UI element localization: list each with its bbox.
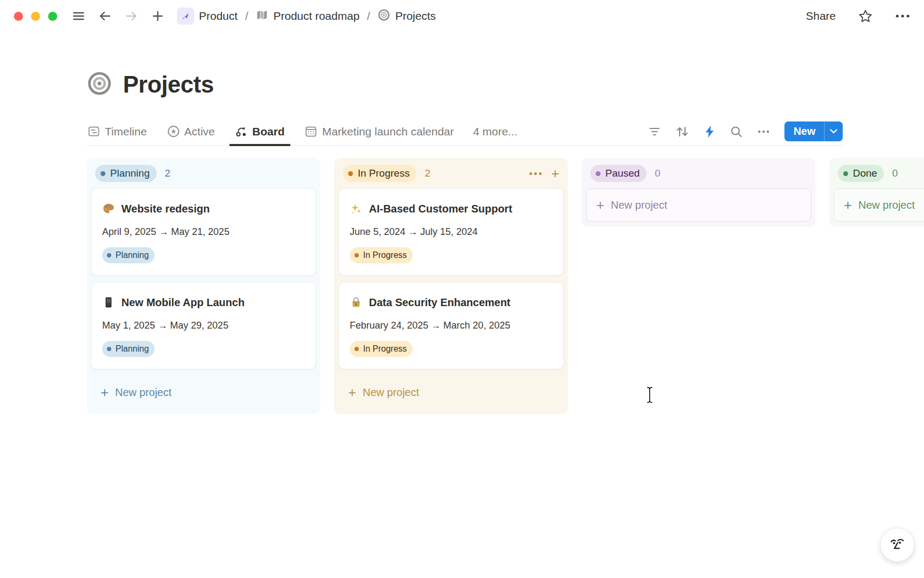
window-titlebar: Product / Product roadmap / Projects Sha… xyxy=(0,0,924,32)
page-target-icon xyxy=(87,71,112,98)
column-status-pill[interactable]: Done xyxy=(838,165,884,182)
back-arrow-icon[interactable] xyxy=(98,10,112,22)
tab-timeline[interactable]: Timeline xyxy=(87,118,148,146)
new-project-label: New project xyxy=(363,386,419,399)
new-project-button[interactable]: + New project xyxy=(91,376,316,409)
product-rocket-icon xyxy=(177,7,194,25)
column-count: 0 xyxy=(892,168,898,179)
forward-arrow-icon[interactable] xyxy=(125,10,138,22)
search-icon[interactable] xyxy=(730,125,743,138)
breadcrumb-item-product-roadmap[interactable]: Product roadmap xyxy=(256,9,359,24)
favorite-star-icon[interactable] xyxy=(858,9,873,23)
column-header: Paused 0 xyxy=(586,165,811,182)
status-dot xyxy=(107,347,111,351)
map-icon xyxy=(256,9,268,24)
breadcrumb-item-product[interactable]: Product xyxy=(177,7,237,25)
column-header: In Progress 2 + xyxy=(338,165,564,182)
column-status-pill[interactable]: Paused xyxy=(590,165,646,182)
card-date-range: June 5, 2024 → July 15, 2024 xyxy=(350,226,552,238)
new-button-dropdown[interactable] xyxy=(824,121,843,141)
tag-label: In Progress xyxy=(363,344,407,354)
project-card-website-redesign[interactable]: Website redesign April 9, 2025 → May 21,… xyxy=(91,188,316,276)
column-header: Planning 2 xyxy=(91,165,316,182)
view-options-icon[interactable] xyxy=(757,130,770,134)
zoom-window-button[interactable] xyxy=(48,12,57,21)
new-project-button[interactable]: + New project xyxy=(338,376,564,409)
sidebar-menu-icon[interactable] xyxy=(72,10,85,22)
board-view: Planning 2 Website redesign April 9, 202… xyxy=(0,158,924,414)
status-dot xyxy=(107,253,111,257)
project-card-data-security-enhancement[interactable]: Data Security Enhancement February 24, 2… xyxy=(338,282,564,369)
column-count: 2 xyxy=(425,168,430,179)
mobile-phone-icon xyxy=(102,296,115,309)
breadcrumb: Product / Product roadmap / Projects xyxy=(177,7,436,25)
tab-label: Timeline xyxy=(105,125,147,138)
page-header: Projects xyxy=(87,70,843,100)
timeline-icon xyxy=(88,125,100,138)
lock-icon xyxy=(350,296,363,309)
breadcrumb-label: Product xyxy=(199,10,237,22)
target-icon xyxy=(378,9,390,24)
card-title: New Mobile App Launch xyxy=(121,294,244,310)
column-add-card-icon[interactable]: + xyxy=(551,168,559,179)
card-status-tag: Planning xyxy=(102,247,155,263)
more-options-icon[interactable] xyxy=(895,13,910,19)
tag-label: Planning xyxy=(116,344,149,354)
column-status-pill[interactable]: In Progress xyxy=(343,165,417,182)
share-button[interactable]: Share xyxy=(806,10,836,22)
tab-board[interactable]: Board xyxy=(234,118,286,146)
status-dot xyxy=(348,171,353,176)
close-window-button[interactable] xyxy=(14,12,23,21)
breadcrumb-separator: / xyxy=(245,10,248,22)
column-count: 0 xyxy=(654,168,660,179)
column-status-pill[interactable]: Planning xyxy=(95,165,157,182)
view-toolbar: New xyxy=(648,121,843,141)
page-title: Projects xyxy=(123,70,214,100)
automations-lightning-icon[interactable] xyxy=(704,125,715,139)
new-project-button[interactable]: + New project xyxy=(586,188,811,222)
notion-ai-face-button[interactable] xyxy=(880,528,914,562)
new-project-button[interactable]: + New project xyxy=(834,188,924,222)
new-button[interactable]: New xyxy=(784,121,843,141)
breadcrumb-item-projects[interactable]: Projects xyxy=(378,9,436,24)
plus-icon: + xyxy=(844,197,852,214)
board-column-planning: Planning 2 Website redesign April 9, 202… xyxy=(87,158,320,414)
card-status-tag: In Progress xyxy=(350,341,413,357)
tab-active[interactable]: Active xyxy=(166,118,216,146)
tab-label: Active xyxy=(184,125,215,138)
more-views-button[interactable]: 4 more... xyxy=(473,125,518,138)
tab-label: Board xyxy=(252,125,285,138)
new-button-label[interactable]: New xyxy=(784,121,824,141)
tab-marketing-launch-calendar[interactable]: Marketing launch calendar xyxy=(304,118,455,146)
card-status-tag: In Progress xyxy=(350,247,413,263)
new-project-label: New project xyxy=(115,386,172,399)
breadcrumb-label: Projects xyxy=(395,10,436,22)
status-dot xyxy=(596,171,600,176)
tag-label: Planning xyxy=(116,250,149,260)
status-dot xyxy=(355,347,359,351)
traffic-lights xyxy=(14,12,57,21)
plus-icon: + xyxy=(596,197,604,214)
sort-icon[interactable] xyxy=(675,125,689,138)
column-name: Done xyxy=(853,168,877,179)
project-card-new-mobile-app-launch[interactable]: New Mobile App Launch May 1, 2025 → May … xyxy=(91,282,316,369)
palette-icon xyxy=(102,202,115,215)
new-page-plus-icon[interactable] xyxy=(151,10,164,22)
filter-icon[interactable] xyxy=(648,126,661,137)
status-dot xyxy=(101,171,105,176)
tab-label: Marketing launch calendar xyxy=(322,125,453,138)
board-icon xyxy=(235,125,248,138)
chevron-down-icon xyxy=(830,129,837,134)
card-date-range: February 24, 2025 → March 20, 2025 xyxy=(350,320,552,331)
breadcrumb-label: Product roadmap xyxy=(273,10,359,22)
column-name: Paused xyxy=(605,168,640,179)
board-column-in-progress: In Progress 2 + AI-Based Customer Suppor… xyxy=(334,158,568,414)
board-column-paused: Paused 0 + New project xyxy=(582,158,815,227)
tag-label: In Progress xyxy=(363,250,407,260)
minimize-window-button[interactable] xyxy=(31,12,40,21)
card-date-range: April 9, 2025 → May 21, 2025 xyxy=(102,226,305,238)
column-header: Done 0 xyxy=(834,165,924,182)
column-name: In Progress xyxy=(358,168,410,179)
project-card-ai-based-customer-support[interactable]: AI-Based Customer Support June 5, 2024 →… xyxy=(338,188,564,276)
column-options-icon[interactable] xyxy=(529,172,542,175)
